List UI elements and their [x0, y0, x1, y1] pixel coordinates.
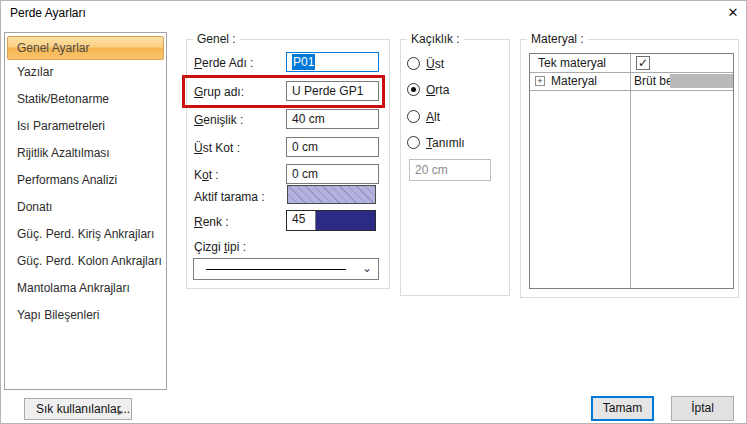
- cizgi-tipi-dropdown[interactable]: ⌄: [193, 258, 379, 280]
- materyal-color-swatch[interactable]: [670, 74, 733, 88]
- sidebar-item-guc-perd-kolon-ankrajlari[interactable]: Güç. Perd. Kolon Ankrajları: [7, 251, 164, 271]
- perde-adi-label: Perde Adı :: [194, 56, 253, 70]
- sidebar-item-donati[interactable]: Donatı: [7, 197, 164, 217]
- radio-tanimli-label[interactable]: Tanımlı: [426, 136, 465, 150]
- sidebar-item-statik-betonarme[interactable]: Statik/Betonarme: [7, 89, 164, 109]
- aktif-tarama-label: Aktif tarama :: [194, 190, 265, 204]
- perde-adi-input[interactable]: P01: [286, 52, 379, 72]
- radio-orta-label[interactable]: Orta: [426, 83, 449, 97]
- tek-materyal-checkbox[interactable]: ✓: [636, 56, 650, 70]
- radio-alt-label[interactable]: Alt: [426, 110, 440, 124]
- renk-color-swatch[interactable]: [316, 211, 375, 230]
- ok-button[interactable]: Tamam: [591, 396, 654, 421]
- tanimli-value-input[interactable]: 20 cm: [409, 159, 491, 181]
- sidebar-item-rijitlik-azaltilmasi[interactable]: Rijitlik Azaltılması: [7, 143, 164, 163]
- sidebar-item-guc-perd-kiris-ankrajlari[interactable]: Güç. Perd. Kiriş Ankrajları: [7, 224, 164, 244]
- close-icon[interactable]: ✕: [721, 2, 745, 24]
- radio-ust-label[interactable]: Üst: [426, 57, 444, 71]
- sidebar-item-mantolama-ankrajlari[interactable]: Mantolama Ankrajları: [7, 278, 164, 298]
- kacilik-group-label: Kaçıklık :: [407, 32, 464, 46]
- radio-orta[interactable]: [407, 83, 420, 96]
- arrow-right-icon: ▸: [118, 402, 123, 422]
- kot-input[interactable]: 0 cm: [286, 164, 379, 184]
- materyal-row-label: Materyal: [551, 74, 597, 88]
- perde-ayarlari-dialog: Perde Ayarları ✕ Genel Ayarlar Yazılar S…: [0, 0, 747, 424]
- sidebar-item-isi-parametreleri[interactable]: Isı Parametreleri: [7, 116, 164, 136]
- chevron-down-icon: ⌄: [362, 261, 372, 275]
- genislik-input[interactable]: 40 cm: [286, 109, 379, 129]
- table-row-divider: [530, 72, 733, 73]
- renk-number-input[interactable]: 45: [287, 211, 316, 230]
- tek-materyal-label: Tek materyal: [538, 56, 606, 70]
- radio-alt[interactable]: [407, 110, 420, 123]
- aktif-tarama-swatch[interactable]: [287, 185, 376, 204]
- sidebar-item-yazilar[interactable]: Yazılar: [7, 62, 164, 82]
- grup-adi-label: Grup adı:: [194, 85, 244, 99]
- grup-adi-input[interactable]: U Perde GP1: [286, 81, 379, 101]
- table-row-divider: [530, 90, 733, 91]
- check-icon: ✓: [638, 56, 648, 70]
- cancel-button[interactable]: İptal: [671, 396, 734, 421]
- line-style-sample: [206, 269, 346, 270]
- materyal-group-label: Materyal :: [527, 32, 588, 46]
- favorites-button[interactable]: Sık kullanılanlar... ▸: [24, 398, 132, 420]
- materyal-table: Tek materyal ✓ + Materyal Brüt beton: [529, 53, 734, 289]
- cizgi-tipi-label: Çizgi tipi :: [194, 240, 246, 254]
- settings-category-list: Genel Ayarlar Yazılar Statik/Betonarme I…: [4, 32, 167, 390]
- sidebar-item-performans-analizi[interactable]: Performans Analizi: [7, 170, 164, 190]
- sidebar-item-yapi-bilesenleri[interactable]: Yapı Bileşenleri: [7, 305, 164, 325]
- ust-kot-input[interactable]: 0 cm: [286, 137, 379, 157]
- radio-tanimli[interactable]: [407, 136, 420, 149]
- renk-label: Renk :: [194, 215, 229, 229]
- dialog-title: Perde Ayarları: [10, 6, 86, 20]
- expand-plus-icon[interactable]: +: [535, 76, 545, 86]
- genislik-label: Genişlik :: [194, 113, 243, 127]
- sidebar-item-genel-ayarlar[interactable]: Genel Ayarlar: [7, 36, 164, 60]
- ust-kot-label: Üst Kot :: [194, 141, 240, 155]
- radio-ust[interactable]: [407, 57, 420, 70]
- genel-group-label: Genel :: [193, 32, 240, 46]
- renk-control[interactable]: 45: [286, 210, 376, 231]
- kot-label: Kot :: [194, 168, 219, 182]
